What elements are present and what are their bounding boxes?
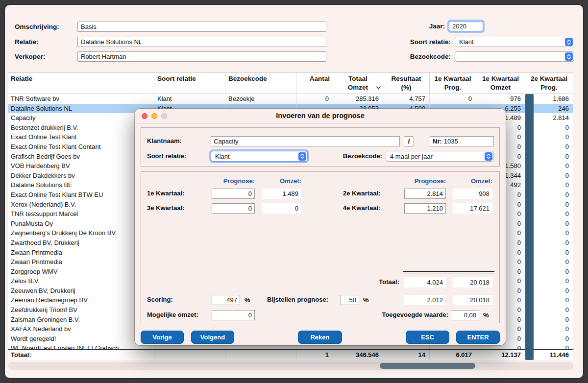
totals-label: Totaal: [8, 350, 154, 360]
table-header-row: RelatieSoort relatieBezoekcodeAantalTota… [8, 72, 573, 94]
prognose-column-header: Prognose: [212, 177, 255, 186]
info-icon[interactable]: i [404, 136, 414, 146]
cell: 4.757 [383, 94, 430, 104]
q1-prognose-input[interactable] [212, 189, 255, 199]
q2-prognose-input[interactable] [404, 189, 446, 199]
nr-field: Nr:1035 [430, 136, 494, 146]
totals-cell: 6.017 [430, 350, 476, 360]
klantnaam-label: Klantnaam: [147, 136, 182, 146]
mogelijke-omzet-input[interactable] [212, 310, 255, 320]
dialog-soort-relatie-value: Klant [211, 153, 298, 160]
prognose-dialog: Invoeren van de prognose Klantnaam: i Nr… [135, 109, 506, 345]
toegevoegde-waarde-input[interactable] [451, 310, 479, 320]
relatie-cell: Zelos B.V. [8, 276, 154, 286]
verkoper-label: Verkoper: [15, 51, 45, 62]
relatie-cell: Zwaan Printmedia [8, 257, 154, 267]
scoring-label: Scoring: [147, 295, 173, 305]
omzet-column-header: Omzet: [453, 177, 492, 186]
relatie-cell: PunaMusta Oy [8, 219, 154, 229]
bijstellen-input[interactable] [341, 295, 359, 305]
dialog-bezoekcode-select[interactable]: 4 maal per jaar [386, 151, 494, 162]
column-header[interactable]: Aantal [296, 73, 333, 94]
dialog-bezoekcode-label: Bezoekcode: [318, 151, 382, 161]
column-header[interactable]: Soort relatie [154, 73, 225, 94]
vorige-button[interactable]: Vorige [141, 331, 184, 344]
relatie-cell: TNR testsupport Marcel [8, 209, 154, 219]
relatie-cell: TNR Software bv [8, 94, 154, 104]
mogelijke-omzet-label: Mogelijke omzet: [147, 310, 198, 320]
verkoper-input[interactable] [77, 51, 326, 62]
bijstellen-prognose-value: 2.012 [404, 295, 446, 305]
horizontal-scrollbar-track[interactable] [8, 362, 573, 370]
chevron-updown-icon [298, 152, 306, 161]
relatie-cell: Zeefdrukkerij Triomf BV [8, 305, 154, 315]
relatie-cell: Zalsman Groningen B.V. [8, 315, 154, 325]
q4-label: 4e Kwartaal: [343, 203, 381, 213]
relatie-cell: Zwijnenberg's Drukkerij De Kroon BV [8, 228, 154, 238]
scoring-input[interactable] [212, 295, 240, 305]
column-header[interactable]: 2e KwartaalProg. [525, 73, 573, 94]
omschrijving-input[interactable] [77, 22, 326, 32]
totals-cell: 12.137 [476, 350, 525, 360]
cell: 0 [430, 94, 476, 104]
soort-relatie-select[interactable]: Klant [455, 37, 574, 47]
relatie-cell: Bestenzet drukkerij B.V. [8, 123, 154, 133]
sort-chevron-icon[interactable] [376, 83, 381, 92]
totals-cell: 1 [296, 350, 333, 360]
column-header[interactable]: TotaalOmzet [333, 73, 383, 94]
jaar-label: Jaar: [392, 21, 445, 31]
table-row[interactable]: TNR Software bvKlantBezoekje0285.3164.75… [8, 94, 573, 104]
reken-button[interactable]: Reken [298, 331, 342, 344]
cell: Klant [154, 94, 225, 104]
totaal-omzet-value: 20.018 [453, 277, 492, 287]
cell: Bezoekje [225, 94, 296, 104]
relatie-cell: Grafisch Bedrijf Goes bv [8, 152, 154, 162]
relatie-cell: Zorggroep WMV [8, 267, 154, 277]
relatie-input[interactable] [77, 37, 326, 47]
relatie-cell: Zwarthoed BV, Drukkerij [8, 238, 154, 248]
nr-value: 1035 [444, 138, 458, 145]
bezoekcode-select[interactable] [455, 51, 574, 62]
totals-cell [154, 350, 225, 360]
percent-sign: % [245, 295, 250, 305]
relatie-cell: VOB Hardenberg BV [8, 161, 154, 171]
volgend-button[interactable]: Volgend [191, 331, 234, 344]
column-header[interactable]: 1e KwartaalOmzet [476, 73, 525, 94]
dialog-titlebar: Invoeren van de prognose [135, 109, 506, 123]
dialog-soort-relatie-select[interactable]: Klant [211, 151, 308, 162]
omschrijving-label: Omschrijving: [15, 22, 59, 32]
nr-label: Nr: [433, 138, 442, 145]
q4-prognose-input[interactable] [404, 203, 446, 214]
vertical-scrollbar-thumb[interactable] [525, 94, 534, 360]
q3-prognose-input[interactable] [212, 203, 255, 214]
column-header[interactable]: Relatie [8, 73, 154, 94]
soort-relatie-label: Soort relatie: [377, 37, 451, 47]
bezoekcode-label: Bezoekcode: [377, 51, 451, 62]
dialog-bezoekcode-value: 4 maal per jaar [386, 153, 485, 160]
bijstellen-label: Bijstellen prognose: [267, 295, 328, 305]
jaar-input[interactable] [449, 21, 483, 31]
chevron-updown-icon [565, 52, 573, 61]
q2-label: 2e Kwartaal: [343, 189, 381, 198]
prognose-column-header: Prognose: [404, 177, 446, 186]
relatie-cell: WL NoardEast Fryslan (NEF) Grafisch [8, 343, 154, 349]
column-header[interactable]: 1e KwartaalProg. [430, 73, 476, 94]
q1-label: 1e Kwartaal: [147, 189, 185, 198]
relatie-cell: Zeeman Reclamegroep BV [8, 295, 154, 305]
dialog-totaal-label: Totaal: [343, 277, 399, 287]
column-header[interactable]: Bezoekcode [225, 73, 296, 94]
relatie-cell: XAFAX Nederland bv [8, 324, 154, 334]
q1-omzet-value: 1.489 [262, 189, 301, 199]
enter-button[interactable]: ENTER [456, 331, 500, 344]
totals-cell [225, 350, 296, 360]
horizontal-scrollbar-thumb[interactable] [380, 363, 475, 369]
cell: 0 [296, 94, 333, 104]
column-header[interactable]: Resultaat(%) [383, 73, 430, 94]
q3-label: 3e Kwartaal: [147, 203, 185, 213]
totals-cell: 14 [383, 350, 430, 360]
klantnaam-input[interactable] [211, 136, 400, 146]
bijstellen-omzet-value: 20.018 [453, 295, 492, 305]
esc-button[interactable]: ESC [406, 331, 449, 344]
relatie-label: Relatie: [15, 37, 39, 47]
percent-sign: % [363, 295, 369, 305]
